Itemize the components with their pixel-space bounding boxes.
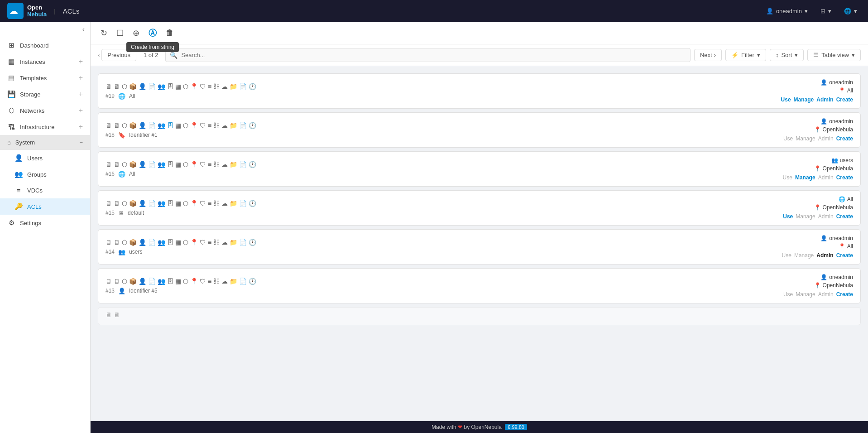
pin-icon: 📍 [190, 83, 198, 90]
link-icon: ⛓ [213, 239, 220, 246]
sidebar-item-dashboard[interactable]: ⊞ Dashboard [0, 37, 90, 53]
perm-use-15: Use [783, 213, 793, 220]
sidebar-item-system[interactable]: ⌂ System − [0, 135, 90, 150]
grid-layout-button[interactable]: ⊞ ▾ [817, 6, 835, 16]
globe-chevron-icon: ▾ [854, 8, 857, 14]
link-icon: ⛓ [213, 161, 220, 168]
create-from-string-button[interactable]: Ⓐ [146, 26, 159, 40]
previous-button[interactable]: Previous [101, 49, 136, 61]
create-string-wrapper: Ⓐ Create from string [146, 26, 159, 40]
acl-right-19: 👤 oneadmin 📍 All Use Manage Admin Create [781, 79, 853, 103]
sidebar-item-storage[interactable]: 💾 Storage + [0, 86, 90, 102]
view-button[interactable]: ☰ Table view ▾ [807, 49, 861, 61]
sidebar-item-vdcs[interactable]: ≡ VDCs [0, 183, 90, 198]
clock-icon: 🕐 [249, 239, 256, 246]
clock-icon: 🕐 [249, 278, 256, 285]
infrastructure-expand-icon: + [79, 123, 83, 131]
sidebar-item-label-templates: Templates [20, 75, 47, 82]
acl-meta-13: #13 👤 Identifier #5 [106, 288, 781, 294]
host-icon: 🖥 [114, 278, 120, 285]
acl-perms-18: Use Manage Admin Create [781, 135, 853, 142]
sidebar-item-settings[interactable]: ⚙ Settings [0, 215, 90, 231]
acl-scope-label-15: default [128, 210, 144, 216]
group-icon-18: 📍 [814, 126, 821, 133]
brand-nebula: Nebula [27, 11, 47, 18]
sidebar-item-groups[interactable]: 👥 Groups [0, 166, 90, 183]
perm-admin-19: Admin [816, 96, 833, 103]
topbar: ☁ Open Nebula | ACLs 👤 oneadmin ▾ ⊞ ▾ 🌐 … [0, 0, 868, 22]
user2-icon: 👤 [139, 83, 146, 90]
acl-user-label-14: oneadmin [829, 235, 853, 241]
sidebar-collapse-button[interactable]: ‹ [82, 25, 85, 34]
infrastructure-icon: 🏗 [7, 123, 15, 131]
acl-left-13: 🖥 🖥 ⬡ 📦 👤 📄 👥 🗄 ▦ ⬡ 📍 🛡 ≡ ⛓ [106, 278, 781, 294]
add-button[interactable]: ⊕ [130, 26, 142, 40]
refresh-button[interactable]: ↻ [98, 26, 110, 40]
sidebar-item-networks[interactable]: ⬡ Networks + [0, 102, 90, 119]
acl-id-15: #15 [106, 210, 115, 216]
search-area: 🔍 [165, 48, 691, 62]
sort-button[interactable]: ↕ Sort ▾ [770, 49, 804, 61]
sidebar-item-label-acls: ACLs [27, 203, 42, 210]
group2-icon: 👥 [158, 122, 165, 129]
sidebar-item-label-users: Users [27, 155, 43, 162]
acl-meta-18: #18 🔖 Identifier #1 [106, 132, 781, 139]
group2-icon: 👥 [158, 83, 165, 90]
search-input[interactable] [165, 48, 691, 62]
networks-icon: ⬡ [7, 106, 15, 115]
instances-icon: ▦ [7, 58, 15, 66]
user-icon-16: 👥 [831, 157, 838, 164]
instances-expand-icon: + [79, 58, 83, 66]
next-chevron-icon: › [714, 52, 716, 58]
pin-icon: 📍 [190, 200, 198, 207]
sidebar-item-instances[interactable]: ▦ Instances + [0, 53, 90, 70]
vm-icon: 🖥 [106, 122, 112, 129]
filter-button[interactable]: ⚡ Filter ▾ [725, 49, 766, 61]
user-menu-button[interactable]: 👤 oneadmin ▾ [762, 6, 811, 16]
sidebar-item-label-vdcs: VDCs [27, 187, 43, 194]
table-icon: ▦ [175, 83, 181, 90]
grid-chevron-icon: ▾ [828, 8, 831, 14]
app-icon: 📦 [129, 161, 137, 168]
acl-group-15: 📍 OpenNebula [781, 204, 853, 211]
cloud-icon: ☁ [221, 122, 228, 129]
system-icon: ⌂ [7, 139, 11, 146]
file-icon: 📄 [239, 278, 247, 285]
storage-icon: 💾 [7, 90, 15, 98]
cloud-icon: ☁ [221, 200, 228, 207]
sidebar-item-label-instances: Instances [20, 58, 45, 65]
cluster-icon: ⬡ [122, 83, 127, 90]
globe-icon: 🌐 [844, 8, 851, 14]
perm-create-13: Create [836, 291, 853, 298]
sidebar-item-templates[interactable]: ▤ Templates + [0, 70, 90, 86]
acl-icons-15: 🖥 🖥 ⬡ 📦 👤 📄 👥 🗄 ▦ ⬡ 📍 🛡 ≡ ⛓ [106, 200, 781, 207]
delete-button[interactable]: 🗑 [163, 26, 177, 39]
cluster-icon: ⬡ [122, 161, 127, 168]
sidebar-item-users[interactable]: 👤 Users [0, 150, 90, 166]
system-collapse-icon: − [79, 139, 83, 146]
next-button[interactable]: Next › [694, 49, 722, 61]
acl-right-13: 👤 oneadmin 📍 OpenNebula Use Manage Admin… [781, 274, 853, 298]
table-icon: ▦ [175, 122, 181, 129]
acl-group-13: 📍 OpenNebula [781, 282, 853, 289]
perm-use-13: Use [783, 291, 793, 298]
vm-icon: 🖥 [106, 200, 112, 207]
vm-icon-p: 🖥 [106, 311, 112, 318]
acl-meta-16: #16 🌐 All [106, 171, 781, 178]
select-all-button[interactable]: ☐ [114, 26, 126, 40]
acl-user-16: 👥 users [781, 157, 853, 164]
sidebar-item-acls[interactable]: 🔑 ACLs [0, 198, 90, 215]
shield-icon: 🛡 [200, 122, 206, 129]
table-row: 🖥 🖥 ⬡ 📦 👤 📄 👥 🗄 ▦ ⬡ 📍 🛡 ≡ ⛓ [98, 73, 861, 109]
sidebar-toggle-area: ‹ [0, 22, 90, 37]
table-row: 🖥 🖥 ⬡ 📦 👤 📄 👥 🗄 ▦ ⬡ 📍 🛡 ≡ ⛓ [98, 151, 861, 187]
sort-icon: ↕ [776, 52, 779, 58]
main-layout: ‹ ⊞ Dashboard ▦ Instances + ▤ Templates … [0, 22, 868, 433]
language-button[interactable]: 🌐 ▾ [840, 6, 861, 16]
acl-icons-13: 🖥 🖥 ⬡ 📦 👤 📄 👥 🗄 ▦ ⬡ 📍 🛡 ≡ ⛓ [106, 278, 781, 285]
heart-icon: ❤ [458, 424, 464, 430]
add-icon: ⊕ [133, 28, 139, 38]
sidebar-item-label-storage: Storage [20, 91, 41, 98]
sidebar-item-infrastructure[interactable]: 🏗 Infrastructure + [0, 119, 90, 135]
acl-icons-partial: 🖥 🖥 [106, 311, 853, 318]
